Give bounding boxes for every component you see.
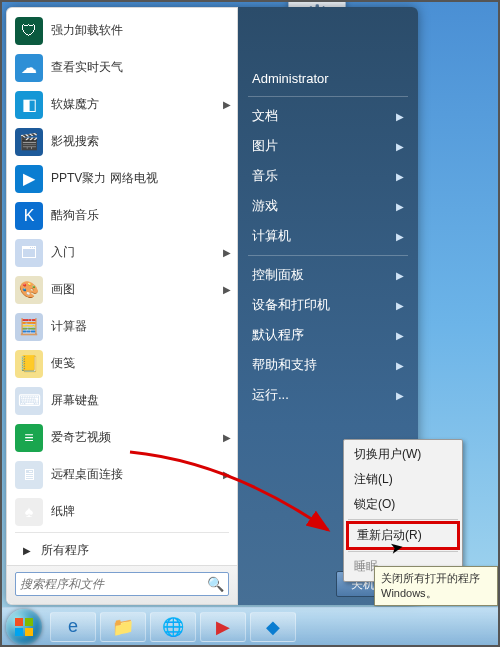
chevron-right-icon: ▶ [396,231,404,242]
divider [248,96,408,97]
program-label: 入门 [51,244,219,261]
context-menu-item[interactable]: 切换用户(W) [344,442,462,467]
right-pane-item-label: 图片 [252,137,278,155]
taskbar-item-explorer[interactable]: 📁 [100,612,146,642]
program-label: 便笺 [51,355,231,372]
program-item[interactable]: ⌨屏幕键盘 [7,382,237,419]
divider [248,255,408,256]
program-item[interactable]: 📒便笺 [7,345,237,382]
program-icon: 🛡 [15,17,43,45]
right-pane-item-label: 文档 [252,107,278,125]
windows-logo-icon [14,617,34,637]
search-input[interactable] [20,577,207,591]
globe-icon: 🌐 [162,616,184,638]
program-item[interactable]: 🛡强力卸载软件 [7,12,237,49]
chevron-right-icon: ▶ [223,99,231,110]
svg-rect-3 [25,628,33,636]
program-icon: ≡ [15,424,43,452]
right-pane-item[interactable]: 计算机▶ [238,221,418,251]
chevron-right-icon: ▶ [396,390,404,401]
right-pane-item[interactable]: 设备和打印机▶ [238,290,418,320]
taskbar-item-app[interactable]: ◆ [250,612,296,642]
all-programs-label: 所有程序 [41,542,89,559]
program-item[interactable]: K酷狗音乐 [7,197,237,234]
divider [348,519,458,520]
svg-rect-2 [15,628,23,636]
arrow-right-icon: ▶ [23,545,31,556]
user-name-link[interactable]: Administrator [238,65,418,92]
chevron-right-icon: ▶ [223,284,231,295]
chevron-right-icon: ▶ [223,247,231,258]
right-pane-item-label: 游戏 [252,197,278,215]
program-label: 影视搜索 [51,133,231,150]
context-menu-item[interactable]: 锁定(O) [344,492,462,517]
start-menu-left-pane: 🛡强力卸载软件☁查看实时天气◧软媒魔方▶🎬影视搜索▶PPTV聚力 网络电视K酷狗… [6,7,238,605]
right-pane-item-label: 计算机 [252,227,291,245]
right-pane-item-label: 帮助和支持 [252,356,317,374]
program-icon: 🗔 [15,239,43,267]
right-pane-item[interactable]: 文档▶ [238,101,418,131]
right-pane-item-label: 运行... [252,386,289,404]
program-item[interactable]: 🗔入门▶ [7,234,237,271]
right-pane-item-label: 控制面板 [252,266,304,284]
divider [348,551,458,552]
right-pane-item[interactable]: 图片▶ [238,131,418,161]
search-row: 🔍 [7,565,237,604]
program-item[interactable]: ◧软媒魔方▶ [7,86,237,123]
program-icon: 🎬 [15,128,43,156]
svg-rect-1 [25,618,33,626]
program-label: 计算器 [51,318,231,335]
program-list: 🛡强力卸载软件☁查看实时天气◧软媒魔方▶🎬影视搜索▶PPTV聚力 网络电视K酷狗… [7,8,237,530]
right-pane-item[interactable]: 运行...▶ [238,380,418,410]
program-icon: 🎨 [15,276,43,304]
right-pane-item[interactable]: 游戏▶ [238,191,418,221]
program-label: 强力卸载软件 [51,22,231,39]
right-pane-item[interactable]: 控制面板▶ [238,260,418,290]
program-label: 纸牌 [51,503,231,520]
power-context-menu: 切换用户(W)注销(L)锁定(O) 重新启动(R) 睡眠 [343,439,463,582]
chevron-right-icon: ▶ [396,330,404,341]
context-menu-item[interactable]: 注销(L) [344,467,462,492]
program-icon: 🧮 [15,313,43,341]
program-item[interactable]: 🎨画图▶ [7,271,237,308]
folder-icon: 📁 [112,616,134,638]
svg-rect-0 [15,618,23,626]
program-item[interactable]: ♠纸牌 [7,493,237,530]
program-icon: ☁ [15,54,43,82]
program-item[interactable]: ≡爱奇艺视频▶ [7,419,237,456]
program-label: 查看实时天气 [51,59,231,76]
taskbar-item-ie[interactable]: e [50,612,96,642]
program-item[interactable]: ☁查看实时天气 [7,49,237,86]
program-item[interactable]: 🖥远程桌面连接▶ [7,456,237,493]
tooltip-text: 关闭所有打开的程序 Windows。 [381,572,480,599]
all-programs-button[interactable]: ▶ 所有程序 [7,535,237,565]
program-icon: ◧ [15,91,43,119]
program-item[interactable]: ▶PPTV聚力 网络电视 [7,160,237,197]
context-menu-item-restart[interactable]: 重新启动(R) [346,521,460,550]
app-icon: ◆ [266,616,280,638]
play-icon: ▶ [216,616,230,638]
program-icon: ⌨ [15,387,43,415]
program-item[interactable]: 🎬影视搜索 [7,123,237,160]
right-pane-item[interactable]: 帮助和支持▶ [238,350,418,380]
taskbar-item-browser[interactable]: 🌐 [150,612,196,642]
right-pane-item-label: 音乐 [252,167,278,185]
chevron-right-icon: ▶ [396,360,404,371]
chevron-right-icon: ▶ [223,469,231,480]
user-name-label: Administrator [252,71,329,86]
chevron-right-icon: ▶ [396,141,404,152]
right-pane-item[interactable]: 音乐▶ [238,161,418,191]
search-box[interactable]: 🔍 [15,572,229,596]
chevron-right-icon: ▶ [396,201,404,212]
program-label: 软媒魔方 [51,96,219,113]
right-pane-item[interactable]: 默认程序▶ [238,320,418,350]
taskbar-item-media[interactable]: ▶ [200,612,246,642]
right-pane-item-label: 默认程序 [252,326,304,344]
program-label: 酷狗音乐 [51,207,231,224]
program-label: 屏幕键盘 [51,392,231,409]
program-item[interactable]: 🧮计算器 [7,308,237,345]
start-button[interactable] [6,609,42,645]
search-icon: 🔍 [207,576,224,592]
restart-label: 重新启动(R) [357,528,422,542]
divider [15,532,229,533]
